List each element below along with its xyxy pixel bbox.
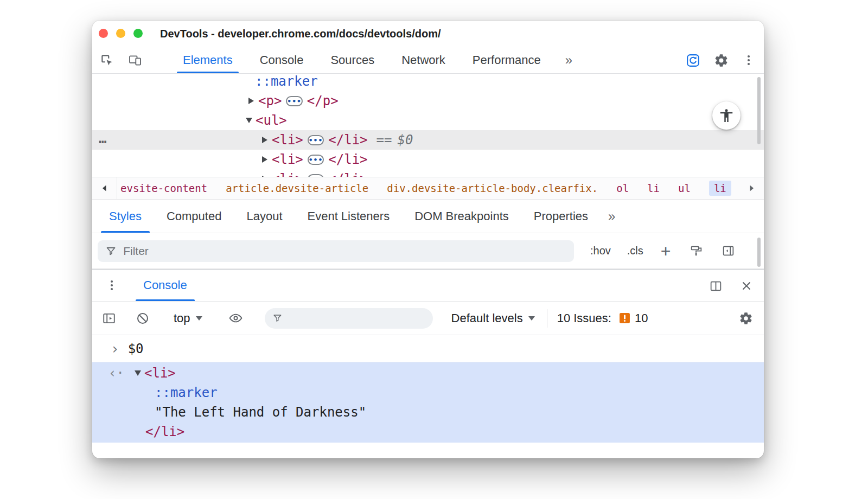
element-classes-button[interactable]: .cls xyxy=(627,245,643,257)
pseudo-element-label: ::marker xyxy=(155,385,218,400)
drawer-menu-icon[interactable] xyxy=(105,270,118,301)
chevron-left-icon xyxy=(100,184,109,193)
live-expression-eye-icon[interactable] xyxy=(228,311,243,325)
console-messages: › $0 ‹· <li> ::marker "The Left Hand of … xyxy=(92,335,764,443)
styles-tab-strip: Styles Computed Layout Event Listeners D… xyxy=(92,200,764,233)
tag-close: </li> xyxy=(145,424,184,439)
dom-tree-scrollbar[interactable] xyxy=(757,77,761,144)
inline-expand-button[interactable]: ••• xyxy=(286,96,302,106)
dom-tree-row-li-partial[interactable]: <li> ••• </li> xyxy=(92,169,764,177)
paint-roller-icon[interactable] xyxy=(690,244,703,258)
toolbar-divider xyxy=(547,309,547,328)
expand-arrow-icon[interactable] xyxy=(248,98,254,104)
console-sidebar-icon[interactable] xyxy=(102,311,116,325)
dom-tree-row-li-selected[interactable]: … <li> ••• </li> == $0 xyxy=(92,130,764,150)
close-drawer-icon[interactable] xyxy=(740,279,753,292)
tab-console[interactable]: Console xyxy=(250,47,314,73)
breadcrumb-item[interactable]: div.devsite-article-body.clearfix. xyxy=(387,182,598,194)
tab-performance[interactable]: Performance xyxy=(462,47,551,73)
breadcrumb-item[interactable]: ul xyxy=(678,182,691,194)
chevron-right-icon xyxy=(747,184,756,193)
tab-event-listeners[interactable]: Event Listeners xyxy=(295,200,403,233)
dom-tree-row-p[interactable]: <p> ••• </p> xyxy=(92,91,764,111)
accessibility-button[interactable] xyxy=(712,101,741,130)
dom-tree-row-ul[interactable]: <ul> xyxy=(92,111,764,130)
breadcrumb-item[interactable]: evsite-content xyxy=(120,182,207,194)
more-panels-button[interactable]: » xyxy=(560,47,578,73)
issues-count: 10 xyxy=(635,311,648,325)
breadcrumb-item[interactable]: article.devsite-article xyxy=(226,182,368,194)
chevron-down-icon xyxy=(196,316,202,321)
result-line: </li> xyxy=(92,422,764,442)
levels-label: Default levels xyxy=(451,311,523,325)
sync-icon[interactable] xyxy=(686,53,700,68)
tag-open: <li> xyxy=(144,366,176,381)
collapse-arrow-icon[interactable] xyxy=(246,118,252,123)
tag-open: <ul> xyxy=(256,113,287,128)
inline-expand-button[interactable]: ••• xyxy=(308,135,324,145)
issues-counter[interactable]: 10 Issues: 10 xyxy=(557,311,648,325)
minimize-window-button[interactable] xyxy=(116,29,125,38)
split-panel-icon[interactable] xyxy=(709,279,723,293)
breadcrumb-scroll-left-button[interactable] xyxy=(92,177,117,199)
more-styles-tabs-button[interactable]: » xyxy=(603,200,621,233)
result-line: ::marker xyxy=(92,383,764,402)
log-levels-selector[interactable]: Default levels xyxy=(451,311,535,325)
pseudo-element-label: ::marker xyxy=(255,74,318,89)
styles-filter-field[interactable] xyxy=(98,240,574,262)
expand-arrow-icon[interactable] xyxy=(262,137,267,143)
toggle-sidebar-icon[interactable] xyxy=(722,244,735,258)
device-toolbar-icon[interactable] xyxy=(128,53,142,67)
settings-gear-icon[interactable] xyxy=(714,53,729,68)
inline-expand-button[interactable]: ••• xyxy=(308,155,324,165)
dom-tree-row-marker[interactable]: ::marker xyxy=(92,74,764,91)
kebab-menu-icon[interactable] xyxy=(742,54,755,67)
console-filter-field[interactable] xyxy=(265,308,433,329)
devtools-window: DevTools - developer.chrome.com/docs/dev… xyxy=(92,21,764,458)
window-titlebar: DevTools - developer.chrome.com/docs/dev… xyxy=(92,21,764,47)
tab-elements[interactable]: Elements xyxy=(173,47,243,73)
result-line: ‹· <li> xyxy=(92,363,764,383)
expand-arrow-icon[interactable] xyxy=(262,156,267,163)
tab-properties[interactable]: Properties xyxy=(521,200,601,233)
styles-toolbar: :hov .cls + xyxy=(92,233,764,269)
tab-console-drawer[interactable]: Console xyxy=(132,270,198,301)
tag-close: </li> xyxy=(328,171,367,177)
console-prompt-chevron: › xyxy=(111,341,119,357)
breadcrumb-item[interactable]: li xyxy=(647,182,660,194)
toggle-element-state-button[interactable]: :hov xyxy=(590,245,611,257)
breadcrumb-scroll-right-button[interactable] xyxy=(739,177,764,199)
devtools-toolbar: Elements Console Sources Network Perform… xyxy=(92,47,764,74)
styles-filter-input[interactable] xyxy=(123,245,566,258)
styles-panel-scrollbar[interactable] xyxy=(757,238,761,267)
collapse-arrow-icon[interactable] xyxy=(135,370,141,376)
tab-styles[interactable]: Styles xyxy=(97,200,154,233)
inspect-icon[interactable] xyxy=(100,53,114,67)
execution-context-selector[interactable]: top xyxy=(174,311,202,325)
dom-tree-row-li[interactable]: <li> ••• </li> xyxy=(92,150,764,169)
tag-open: <li> xyxy=(272,132,303,148)
console-settings-gear-icon[interactable] xyxy=(739,311,753,325)
context-label: top xyxy=(174,311,190,325)
issue-icon xyxy=(619,312,630,324)
console-result-selected[interactable]: ‹· <li> ::marker "The Left Hand of Darkn… xyxy=(92,362,764,443)
breadcrumb-item[interactable]: ol xyxy=(616,182,629,194)
clear-console-icon[interactable] xyxy=(136,311,150,325)
tab-computed[interactable]: Computed xyxy=(154,200,234,233)
tab-sources[interactable]: Sources xyxy=(320,47,385,73)
console-output-icon: ‹· xyxy=(108,366,135,381)
row-ellipsis-menu[interactable]: … xyxy=(99,131,107,146)
issues-label: 10 Issues: xyxy=(557,311,611,325)
tab-network[interactable]: Network xyxy=(391,47,456,73)
evaluated-expression: $0 xyxy=(128,341,144,356)
panel-tab-strip: Elements Console Sources Network Perform… xyxy=(173,47,578,73)
breadcrumb-list: evsite-content article.devsite-article d… xyxy=(117,181,764,196)
tab-dom-breakpoints[interactable]: DOM Breakpoints xyxy=(402,200,521,233)
traffic-lights xyxy=(99,29,143,38)
console-filter-input[interactable] xyxy=(288,312,425,324)
breadcrumb-item-selected[interactable]: li xyxy=(709,181,731,196)
tab-layout[interactable]: Layout xyxy=(234,200,295,233)
tag-open: <p> xyxy=(258,93,282,108)
close-window-button[interactable] xyxy=(99,29,108,38)
fullscreen-window-button[interactable] xyxy=(133,29,143,38)
